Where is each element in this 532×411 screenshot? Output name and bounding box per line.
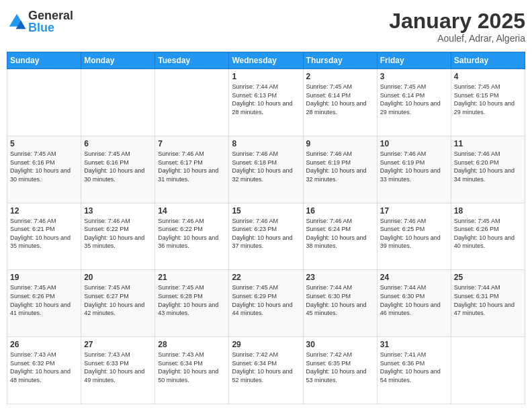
daylight-text: Daylight: 10 hours and 30 minutes.	[84, 167, 152, 183]
calendar-cell: 21Sunrise: 7:45 AMSunset: 6:28 PMDayligh…	[155, 270, 229, 337]
sunrise-text: Sunrise: 7:46 AM	[10, 217, 78, 226]
sunrise-text: Sunrise: 7:46 AM	[454, 150, 522, 158]
daylight-text: Daylight: 10 hours and 36 minutes.	[158, 234, 226, 250]
day-info: Sunrise: 7:46 AMSunset: 6:21 PMDaylight:…	[10, 217, 78, 250]
sunrise-text: Sunrise: 7:45 AM	[10, 283, 78, 292]
sunset-text: Sunset: 6:19 PM	[380, 158, 448, 167]
calendar-week-row: 5Sunrise: 7:45 AMSunset: 6:16 PMDaylight…	[7, 136, 525, 203]
daylight-text: Daylight: 10 hours and 35 minutes.	[10, 234, 78, 250]
daylight-text: Daylight: 10 hours and 29 minutes.	[454, 99, 522, 116]
page: General Blue January 2025 Aoulef, Adrar,…	[0, 0, 532, 411]
sunrise-text: Sunrise: 7:43 AM	[84, 351, 152, 359]
sunrise-text: Sunrise: 7:45 AM	[84, 150, 152, 158]
header-friday: Friday	[377, 52, 451, 69]
day-info: Sunrise: 7:44 AMSunset: 6:31 PMDaylight:…	[454, 283, 522, 317]
sunset-text: Sunset: 6:36 PM	[380, 359, 448, 368]
daylight-text: Daylight: 10 hours and 38 minutes.	[306, 234, 374, 250]
sunrise-text: Sunrise: 7:42 AM	[232, 351, 300, 359]
daylight-text: Daylight: 10 hours and 49 minutes.	[84, 367, 152, 384]
sunset-text: Sunset: 6:17 PM	[158, 158, 226, 167]
sunrise-text: Sunrise: 7:45 AM	[84, 283, 152, 292]
sunset-text: Sunset: 6:20 PM	[454, 158, 522, 167]
calendar-cell: 22Sunrise: 7:45 AMSunset: 6:29 PMDayligh…	[229, 270, 303, 337]
day-info: Sunrise: 7:45 AMSunset: 6:16 PMDaylight:…	[84, 150, 152, 183]
day-info: Sunrise: 7:43 AMSunset: 6:33 PMDaylight:…	[84, 351, 152, 384]
day-info: Sunrise: 7:43 AMSunset: 6:32 PMDaylight:…	[10, 351, 78, 384]
daylight-text: Daylight: 10 hours and 47 minutes.	[454, 301, 522, 318]
daylight-text: Daylight: 10 hours and 42 minutes.	[84, 301, 152, 318]
calendar-cell: 24Sunrise: 7:44 AMSunset: 6:30 PMDayligh…	[377, 270, 451, 337]
sunset-text: Sunset: 6:31 PM	[454, 292, 522, 301]
daylight-text: Daylight: 10 hours and 50 minutes.	[158, 367, 226, 384]
day-info: Sunrise: 7:45 AMSunset: 6:28 PMDaylight:…	[158, 283, 226, 317]
calendar-cell: 11Sunrise: 7:46 AMSunset: 6:20 PMDayligh…	[451, 136, 525, 203]
sunset-text: Sunset: 6:22 PM	[84, 225, 152, 234]
calendar-cell: 7Sunrise: 7:46 AMSunset: 6:17 PMDaylight…	[155, 136, 229, 203]
sunset-text: Sunset: 6:22 PM	[158, 225, 226, 234]
day-info: Sunrise: 7:46 AMSunset: 6:19 PMDaylight:…	[380, 150, 448, 183]
calendar-cell: 16Sunrise: 7:46 AMSunset: 6:24 PMDayligh…	[303, 203, 377, 270]
daylight-text: Daylight: 10 hours and 52 minutes.	[232, 367, 300, 384]
sunset-text: Sunset: 6:14 PM	[306, 91, 374, 100]
daylight-text: Daylight: 10 hours and 33 minutes.	[380, 167, 448, 183]
sunrise-text: Sunrise: 7:46 AM	[380, 150, 448, 158]
header-saturday: Saturday	[451, 52, 525, 69]
day-number: 18	[454, 206, 522, 216]
subtitle: Aoulef, Adrar, Algeria	[389, 33, 525, 44]
daylight-text: Daylight: 10 hours and 39 minutes.	[380, 234, 448, 250]
day-number: 28	[158, 340, 226, 349]
daylight-text: Daylight: 10 hours and 45 minutes.	[306, 301, 374, 318]
day-number: 16	[306, 206, 374, 216]
sunset-text: Sunset: 6:34 PM	[158, 359, 226, 368]
sunrise-text: Sunrise: 7:43 AM	[158, 351, 226, 359]
day-number: 19	[10, 273, 78, 282]
day-number: 3	[380, 72, 448, 81]
calendar-cell: 26Sunrise: 7:43 AMSunset: 6:32 PMDayligh…	[7, 337, 81, 404]
sunset-text: Sunset: 6:32 PM	[10, 359, 78, 368]
sunrise-text: Sunrise: 7:45 AM	[454, 83, 522, 91]
calendar-cell: 20Sunrise: 7:45 AMSunset: 6:27 PMDayligh…	[81, 270, 155, 337]
header: General Blue January 2025 Aoulef, Adrar,…	[7, 7, 525, 46]
calendar-cell: 31Sunrise: 7:41 AMSunset: 6:36 PMDayligh…	[377, 337, 451, 404]
day-info: Sunrise: 7:43 AMSunset: 6:34 PMDaylight:…	[158, 351, 226, 384]
sunrise-text: Sunrise: 7:42 AM	[306, 351, 374, 359]
sunset-text: Sunset: 6:13 PM	[232, 91, 300, 100]
sunset-text: Sunset: 6:21 PM	[10, 225, 78, 234]
sunrise-text: Sunrise: 7:45 AM	[454, 217, 522, 226]
day-number: 6	[84, 139, 152, 148]
daylight-text: Daylight: 10 hours and 54 minutes.	[380, 367, 448, 384]
sunrise-text: Sunrise: 7:46 AM	[380, 217, 448, 226]
title-area: January 2025 Aoulef, Adrar, Algeria	[389, 9, 525, 44]
day-number: 7	[158, 139, 226, 148]
day-number: 5	[10, 139, 78, 148]
calendar-week-row: 12Sunrise: 7:46 AMSunset: 6:21 PMDayligh…	[7, 203, 525, 270]
logo-text: General Blue	[28, 9, 73, 34]
calendar-cell	[7, 69, 81, 136]
sunrise-text: Sunrise: 7:46 AM	[232, 217, 300, 226]
day-number: 24	[380, 273, 448, 282]
calendar-week-row: 26Sunrise: 7:43 AMSunset: 6:32 PMDayligh…	[7, 337, 525, 404]
day-number: 13	[84, 206, 152, 216]
calendar-cell: 4Sunrise: 7:45 AMSunset: 6:15 PMDaylight…	[451, 69, 525, 136]
header-tuesday: Tuesday	[155, 52, 229, 69]
day-info: Sunrise: 7:42 AMSunset: 6:35 PMDaylight:…	[306, 351, 374, 384]
daylight-text: Daylight: 10 hours and 37 minutes.	[232, 234, 300, 250]
day-number: 25	[454, 273, 522, 282]
logo-general: General	[28, 9, 73, 21]
day-number: 20	[84, 273, 152, 282]
sunrise-text: Sunrise: 7:46 AM	[158, 217, 226, 226]
sunrise-text: Sunrise: 7:46 AM	[232, 150, 300, 158]
day-info: Sunrise: 7:45 AMSunset: 6:27 PMDaylight:…	[84, 283, 152, 317]
calendar-cell: 6Sunrise: 7:45 AMSunset: 6:16 PMDaylight…	[81, 136, 155, 203]
calendar-cell: 14Sunrise: 7:46 AMSunset: 6:22 PMDayligh…	[155, 203, 229, 270]
day-info: Sunrise: 7:46 AMSunset: 6:22 PMDaylight:…	[158, 217, 226, 250]
day-number: 10	[380, 139, 448, 148]
daylight-text: Daylight: 10 hours and 41 minutes.	[10, 301, 78, 318]
logo-blue: Blue	[28, 21, 73, 34]
calendar-cell: 3Sunrise: 7:45 AMSunset: 6:14 PMDaylight…	[377, 69, 451, 136]
day-info: Sunrise: 7:46 AMSunset: 6:19 PMDaylight:…	[306, 150, 374, 183]
header-wednesday: Wednesday	[229, 52, 303, 69]
sunset-text: Sunset: 6:30 PM	[306, 292, 374, 301]
daylight-text: Daylight: 10 hours and 34 minutes.	[454, 167, 522, 183]
daylight-text: Daylight: 10 hours and 35 minutes.	[84, 234, 152, 250]
